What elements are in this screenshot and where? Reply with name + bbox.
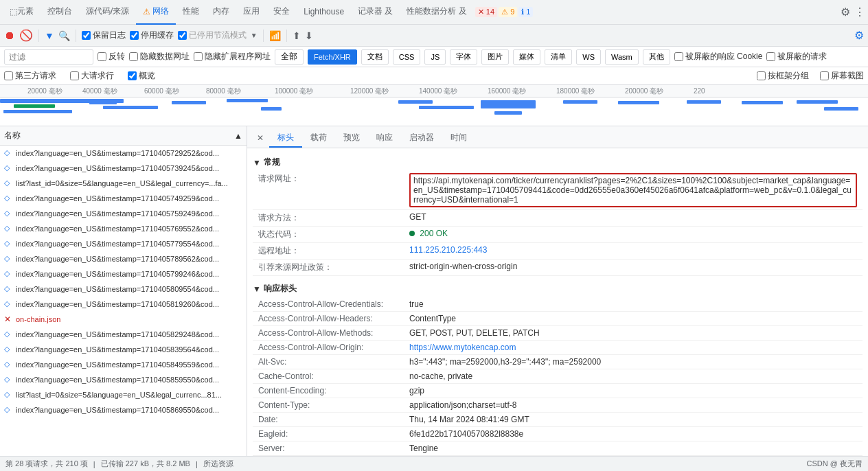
tab-security[interactable]: 安全: [266, 0, 297, 25]
tab-timing[interactable]: 时间: [442, 128, 475, 148]
hide-data-url-checkbox[interactable]: 隐藏数据网址: [129, 51, 190, 62]
reverse-checkbox[interactable]: 反转: [98, 51, 125, 62]
throttle-dropdown-icon[interactable]: ▼: [251, 32, 258, 39]
filter-js-button[interactable]: JS: [424, 49, 446, 65]
list-item[interactable]: ◇ index?language=en_US&timestamp=1710405…: [0, 221, 247, 236]
close-detail-button[interactable]: ✕: [251, 128, 269, 148]
list-item[interactable]: ◇ index?language=en_US&timestamp=1710405…: [0, 297, 247, 312]
large-rows-checkbox[interactable]: 大请求行: [70, 70, 114, 82]
blocked-requests-checkbox[interactable]: 被屏蔽的请求: [766, 51, 827, 62]
item-icon-5: ◇: [4, 209, 14, 218]
frame-group-checkbox[interactable]: 按框架分组: [757, 70, 809, 82]
network-warn-icon: ⚠: [143, 7, 150, 16]
search-icon[interactable]: 🔍: [58, 30, 70, 41]
tab-performance[interactable]: 性能: [176, 0, 206, 25]
server-value: Tengine: [409, 444, 857, 453]
timeline-bar-9: [398, 100, 433, 104]
tab-sources[interactable]: 源代码/来源: [79, 0, 136, 25]
timeline-bar-16: [742, 101, 783, 104]
list-item[interactable]: ◇ list?last_id=0&size=5&language=en_US&l…: [0, 176, 247, 191]
list-item[interactable]: ◇ index?language=en_US&timestamp=1710405…: [0, 206, 247, 221]
tab-recorder[interactable]: 记录器 及: [351, 0, 400, 25]
general-section-header[interactable]: ▼ 常规: [253, 154, 863, 171]
settings-icon[interactable]: ⚙: [841, 5, 850, 19]
filter-fetch-xhr-button[interactable]: Fetch/XHR: [308, 49, 357, 65]
hide-extension-checkbox[interactable]: 隐藏扩展程序网址: [194, 51, 271, 62]
network-settings-icon[interactable]: ⚙: [854, 29, 864, 42]
item-icon-10: ◇: [4, 284, 14, 293]
list-item[interactable]: ◇ index?language=en_US&timestamp=1710405…: [0, 342, 247, 357]
header-row-status: 状态代码： 200 OK: [253, 227, 863, 243]
list-header-arrow[interactable]: ▲: [234, 131, 242, 141]
import-icon[interactable]: ⬆: [293, 30, 301, 41]
remote-addr-value: 111.225.210.225:443: [409, 245, 857, 257]
record-button[interactable]: ⏺: [4, 30, 15, 42]
acam-value: GET, POST, PUT, DELETE, PATCH: [409, 328, 857, 338]
tab-performance-insights[interactable]: 性能数据分析 及: [400, 0, 473, 25]
list-item[interactable]: ◇ index?language=en_US&timestamp=1710405…: [0, 161, 247, 176]
separator-2: |: [196, 460, 198, 468]
filter-doc-button[interactable]: 文档: [361, 49, 389, 65]
disable-throttle-checkbox[interactable]: 已停用节流模式: [178, 30, 247, 41]
list-item[interactable]: ◇ index?language=en_US&timestamp=1710405…: [0, 251, 247, 266]
more-options-icon[interactable]: ⋮: [854, 5, 865, 19]
status-dot-icon: [409, 231, 415, 236]
response-headers-section-header[interactable]: ▼ 响应标头: [253, 280, 863, 297]
filter-css-button[interactable]: CSS: [393, 49, 421, 65]
header-row-url: 请求网址： https://api.mytokenapi.com/ticker/…: [253, 171, 863, 210]
clear-button[interactable]: 🚫: [19, 29, 33, 42]
item-icon-7: ◇: [4, 239, 14, 248]
export-icon[interactable]: ⬇: [305, 30, 313, 41]
list-item[interactable]: ◇ index?language=en_US&timestamp=1710405…: [0, 327, 247, 342]
header-row-method: 请求方法： GET: [253, 210, 863, 227]
header-row-server: Server: Tengine: [253, 441, 863, 456]
tab-headers[interactable]: 标头: [269, 128, 302, 148]
filter-icon[interactable]: ▼: [45, 30, 54, 41]
request-url-value[interactable]: https://api.mytokenapi.com/ticker/curren…: [409, 173, 857, 207]
options-row: 第三方请求 大请求行 概览 按框架分组 屏幕截图: [0, 67, 868, 85]
filter-all-button[interactable]: 全部: [275, 49, 304, 65]
blocked-cookie-checkbox[interactable]: 被屏蔽的响应 Cookie: [674, 51, 763, 62]
list-item-error[interactable]: ✕ on-chain.json: [0, 312, 247, 327]
tab-initiator[interactable]: 启动器: [401, 128, 442, 148]
header-row-date: Date: Thu, 14 Mar 2024 08:41:49 GMT: [253, 413, 863, 427]
third-party-checkbox[interactable]: 第三方请求: [4, 70, 56, 82]
filter-manifest-button[interactable]: 清单: [545, 49, 572, 65]
left-panel: 名称 ▲ ◇ index?language=en_US&timestamp=17…: [0, 126, 247, 456]
filter-input[interactable]: [4, 49, 93, 65]
tab-application[interactable]: 应用: [236, 0, 266, 25]
filter-font-button[interactable]: 字体: [450, 49, 477, 65]
list-body[interactable]: ◇ index?language=en_US&timestamp=1710405…: [0, 146, 247, 456]
filter-other-button[interactable]: 其他: [643, 49, 670, 65]
tab-elements[interactable]: ⬚ 元素: [3, 0, 41, 25]
tab-response[interactable]: 响应: [368, 128, 401, 148]
timeline-bar-6: [172, 101, 206, 104]
list-item[interactable]: ◇ index?language=en_US&timestamp=1710405…: [0, 191, 247, 206]
tab-network[interactable]: ⚠ 网络: [136, 0, 176, 25]
screenshot-checkbox[interactable]: 屏幕截图: [820, 70, 864, 82]
main-content: 名称 ▲ ◇ index?language=en_US&timestamp=17…: [0, 126, 868, 456]
list-item[interactable]: ◇ index?language=en_US&timestamp=1710405…: [0, 372, 247, 387]
filter-ws-button[interactable]: WS: [576, 49, 601, 65]
tab-payload[interactable]: 载荷: [302, 128, 335, 148]
filter-img-button[interactable]: 图片: [481, 49, 509, 65]
overview-checkbox[interactable]: 概览: [128, 70, 155, 82]
list-item[interactable]: ◇ index?language=en_US&timestamp=1710405…: [0, 357, 247, 372]
timeline-content[interactable]: [0, 97, 868, 126]
preserve-log-checkbox[interactable]: 保留日志: [82, 30, 126, 41]
list-item[interactable]: ◇ index?language=en_US&timestamp=1710405…: [0, 282, 247, 297]
toolbar-separator-2: [76, 30, 76, 42]
list-item[interactable]: ◇ index?language=en_US&timestamp=1710405…: [0, 266, 247, 282]
disable-cache-checkbox[interactable]: 停用缓存: [130, 30, 174, 41]
tab-preview[interactable]: 预览: [335, 128, 368, 148]
list-item[interactable]: ◇ list?last_id=0&size=5&language=en_US&l…: [0, 387, 247, 402]
filter-media-button[interactable]: 媒体: [513, 49, 540, 65]
list-item[interactable]: ◇ index?language=en_US&timestamp=1710405…: [0, 402, 247, 417]
list-item[interactable]: ◇ index?language=en_US&timestamp=1710405…: [0, 146, 247, 161]
acao-value: https://www.mytokencap.com: [409, 343, 857, 352]
filter-wasm-button[interactable]: Wasm: [605, 49, 639, 65]
tab-memory[interactable]: 内存: [206, 0, 236, 25]
list-item[interactable]: ◇ index?language=en_US&timestamp=1710405…: [0, 236, 247, 251]
tab-lighthouse[interactable]: Lighthouse: [297, 0, 351, 25]
tab-console[interactable]: 控制台: [41, 0, 79, 25]
